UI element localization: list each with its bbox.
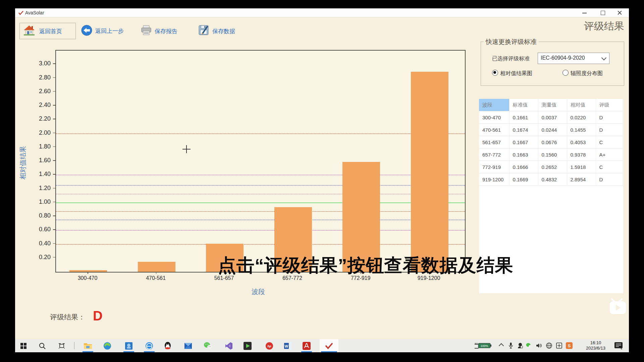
table-cell: 0.0676 <box>538 136 567 148</box>
table-row[interactable]: 300-4700.16610.00370.0220D <box>479 111 623 124</box>
svg-text:W: W <box>285 344 288 348</box>
back-button[interactable]: 返回上一步 <box>81 25 92 37</box>
save-data-button[interactable]: 保存数据 <box>198 25 210 37</box>
taskbar-mail[interactable] <box>181 339 195 352</box>
radio-relative-chart[interactable] <box>492 70 498 76</box>
table-cell: 0.1455 <box>567 124 596 136</box>
wechat-tray-icon[interactable] <box>525 342 533 349</box>
table-cell: C <box>596 161 623 173</box>
table-header-测量值: 测量值 <box>538 99 567 111</box>
y-axis-title: 相对值结果 <box>18 143 28 183</box>
reference-line-1.4 <box>56 175 465 175</box>
avasolar-logo-icon <box>18 10 23 16</box>
taskbar-acrobat[interactable] <box>300 339 313 352</box>
reference-line-0.75 <box>56 220 465 220</box>
word-icon: W <box>284 342 292 350</box>
taskbar-internet-explorer[interactable] <box>143 339 156 352</box>
save-disk-icon <box>198 31 210 37</box>
reference-line-2 <box>56 133 465 134</box>
speaker-icon[interactable] <box>535 342 543 349</box>
y-tick-mark <box>53 133 55 133</box>
avasolar-taskbar-icon <box>325 343 333 349</box>
taskbar-word[interactable]: W <box>281 339 294 352</box>
video-watermark-icon <box>609 298 627 314</box>
save-report-button[interactable]: 保存报告 <box>141 25 152 37</box>
minimize-button[interactable] <box>577 8 592 17</box>
search-icon <box>39 343 46 349</box>
taskbar-remote-desktop[interactable] <box>122 339 136 352</box>
taskbar-hp[interactable]: hp <box>263 339 276 352</box>
input-method-icon[interactable] <box>555 342 563 349</box>
start-button[interactable] <box>17 339 30 352</box>
task-view-icon <box>58 343 65 349</box>
table-cell: 919-1200 <box>479 173 509 186</box>
table-cell: 0.1669 <box>509 173 538 186</box>
y-tick-label: 2.20 <box>30 115 51 122</box>
y-tick-mark <box>53 77 55 78</box>
taskbar-avasolar[interactable] <box>320 339 338 352</box>
back-button-label: 返回上一步 <box>95 27 124 35</box>
windows-logo-icon <box>20 343 26 349</box>
standard-panel: 快速更换评级标准 已选择评级标准 IEC-60904-9-2020 相对值结果图… <box>481 42 624 86</box>
microphone-icon[interactable] <box>507 342 515 349</box>
table-row[interactable]: 470-5610.16740.02440.1455D <box>479 124 623 136</box>
radio-relative-label: 相对值结果图 <box>500 70 532 77</box>
task-view-button[interactable] <box>55 339 68 352</box>
remote-desktop-icon <box>125 342 133 350</box>
table-cell: 0.1666 <box>509 161 538 173</box>
mail-icon <box>184 343 192 349</box>
taskbar-visual-studio[interactable] <box>222 339 235 352</box>
table-row[interactable]: 657-7720.16630.15600.9378A+ <box>479 148 623 161</box>
reference-line-0.875 <box>56 211 465 212</box>
network-globe-icon[interactable] <box>545 342 553 349</box>
taskbar-media-player[interactable] <box>241 339 254 352</box>
selected-standard-label: 已选择评级标准 <box>492 55 530 62</box>
table-cell: 1.5918 <box>567 161 596 173</box>
y-tick-mark <box>53 229 55 230</box>
y-tick-label: 2.40 <box>30 102 51 109</box>
headset-icon[interactable] <box>517 342 524 349</box>
reference-line-1.125 <box>56 194 465 194</box>
taskbar-clock[interactable]: 16:10 2023/6/13 <box>581 340 610 351</box>
titlebar: AvaSolar <box>15 8 629 17</box>
notification-center-button[interactable] <box>614 342 623 349</box>
visual-studio-icon <box>225 342 233 350</box>
table-row[interactable]: 772-9190.16660.26521.5918C <box>479 161 623 173</box>
battery-indicator[interactable]: 100% <box>474 342 492 349</box>
y-tick-mark <box>53 119 55 119</box>
table-cell: 0.4053 <box>567 136 596 148</box>
clock-time: 16:10 <box>581 340 610 346</box>
reference-line-1 <box>56 202 465 203</box>
result-label: 评级结果： <box>50 312 85 322</box>
taskbar-wechat[interactable] <box>201 339 215 352</box>
bar-300-470 <box>69 270 107 272</box>
maximize-button[interactable] <box>595 8 610 17</box>
table-cell: 0.4832 <box>538 173 567 186</box>
taskbar-edge[interactable] <box>101 339 114 352</box>
home-button[interactable]: 返回首页 <box>19 23 76 39</box>
table-header-波段[interactable]: 波段 <box>479 99 509 111</box>
taskbar-file-explorer[interactable] <box>81 339 95 352</box>
table-cell: 657-772 <box>479 148 509 161</box>
edge-icon <box>103 342 111 350</box>
table-row[interactable]: 919-12000.16690.48322.8954D <box>479 173 623 186</box>
clock-date: 2023/6/13 <box>581 346 610 351</box>
table-cell: 0.0244 <box>538 124 567 136</box>
table-cell: 0.1674 <box>509 124 538 136</box>
y-tick-label: 0.60 <box>30 226 51 233</box>
radio-irradiance-chart[interactable] <box>562 70 569 76</box>
standard-combobox[interactable]: IEC-60904-9-2020 <box>538 53 609 64</box>
home-icon <box>23 25 35 38</box>
table-cell: 0.9378 <box>567 148 596 161</box>
close-button[interactable] <box>612 8 627 17</box>
search-button[interactable] <box>36 339 49 352</box>
table-row[interactable]: 561-6570.16670.06760.4053C <box>479 136 623 148</box>
y-tick-label: 1.80 <box>30 143 51 150</box>
table-cell: 0.1667 <box>509 136 538 148</box>
taskbar-qq[interactable] <box>161 339 174 352</box>
hidden-icons-chevron[interactable] <box>499 343 504 349</box>
sogou-icon[interactable]: S <box>566 342 573 349</box>
mouse-cursor-crosshair <box>182 145 191 153</box>
save-report-label: 保存报告 <box>155 27 177 35</box>
window-title: AvaSolar <box>25 10 44 15</box>
